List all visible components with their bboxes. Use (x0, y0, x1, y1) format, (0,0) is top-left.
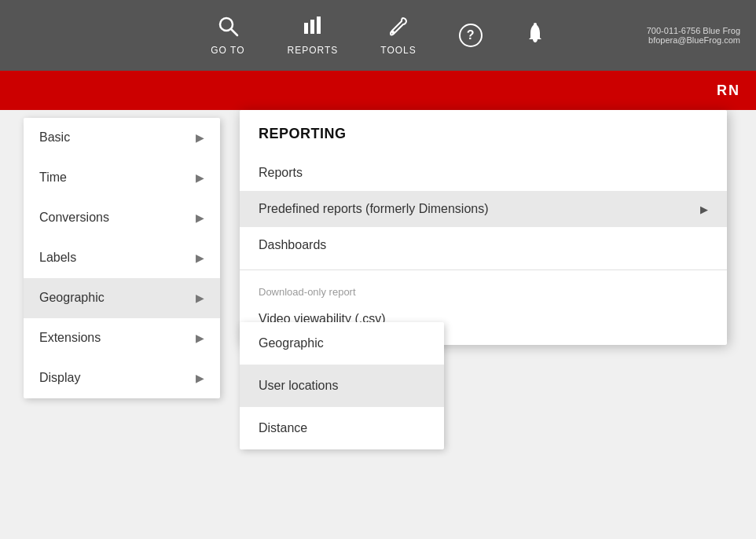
reporting-label-dashboards: Dashboards (259, 238, 326, 252)
main-content: Basic ▶ Time ▶ Conversions ▶ Labels ▶ Ge… (0, 110, 756, 539)
download-label: Download-only report (240, 277, 727, 301)
reporting-item-dashboards[interactable]: Dashboards (240, 227, 727, 263)
reporting-header: REPORTING (240, 110, 727, 155)
left-menu-item-extensions[interactable]: Extensions ▶ (24, 318, 220, 358)
geo-submenu-item-user-locations[interactable]: User locations (240, 365, 444, 407)
nav-reports[interactable]: REPORTS (277, 9, 347, 62)
geo-submenu-item-distance[interactable]: Distance (240, 407, 444, 449)
help-icon: ? (459, 24, 483, 47)
svg-rect-2 (304, 23, 308, 34)
user-email: bfopera@BlueFrog.com (647, 35, 740, 45)
chevron-right-icon-conversions: ▶ (196, 211, 204, 224)
left-menu-item-time[interactable]: Time ▶ (24, 158, 220, 198)
geo-submenu-label-geographic: Geographic (259, 336, 324, 350)
nav-help[interactable]: ? (450, 17, 492, 53)
reporting-label-predefined: Predefined reports (formerly Dimensions) (259, 202, 489, 216)
svg-rect-3 (310, 20, 314, 34)
left-menu-item-basic[interactable]: Basic ▶ (24, 118, 220, 158)
svg-rect-4 (317, 16, 321, 34)
red-banner-text: RN (717, 82, 740, 99)
chevron-right-icon-labels: ▶ (196, 251, 204, 264)
topbar: GO TO REPORTS TOOLS ? (0, 0, 756, 71)
reporting-item-predefined[interactable]: Predefined reports (formerly Dimensions)… (240, 191, 727, 227)
search-icon (217, 15, 239, 42)
nav-tools-label: TOOLS (380, 45, 416, 56)
nav-reports-label: REPORTS (287, 45, 338, 56)
left-menu-label-extensions: Extensions (39, 331, 101, 345)
left-menu-label-labels: Labels (39, 251, 76, 265)
left-menu-label-basic: Basic (39, 130, 70, 145)
left-menu-item-geographic[interactable]: Geographic ▶ (24, 278, 220, 318)
left-menu-label-conversions: Conversions (39, 211, 109, 225)
left-menu-label-time: Time (39, 170, 67, 185)
reporting-item-reports[interactable]: Reports (240, 155, 727, 191)
chevron-right-icon-predefined: ▶ (700, 204, 708, 215)
reporting-menu: REPORTING Reports Predefined reports (fo… (240, 110, 727, 345)
reporting-label-reports: Reports (259, 166, 303, 180)
chevron-right-icon-geographic: ▶ (196, 292, 204, 304)
geo-submenu-label-user-locations: User locations (259, 379, 338, 392)
left-menu-item-conversions[interactable]: Conversions ▶ (24, 198, 220, 238)
nav-bell[interactable] (516, 16, 555, 56)
geo-submenu-item-geographic[interactable]: Geographic (240, 322, 444, 365)
svg-point-5 (391, 31, 395, 34)
nav-tools[interactable]: TOOLS (371, 9, 425, 62)
svg-line-1 (231, 29, 237, 35)
chevron-right-icon-time: ▶ (196, 171, 204, 184)
chevron-right-icon-extensions: ▶ (196, 332, 204, 344)
left-menu-label-geographic: Geographic (39, 291, 105, 305)
user-id: 700-011-6756 Blue Frog (647, 26, 740, 35)
left-menu-item-labels[interactable]: Labels ▶ (24, 238, 220, 278)
tools-icon (387, 15, 409, 42)
topbar-right: 700-011-6756 Blue Frog bfopera@BlueFrog.… (647, 26, 740, 45)
bell-icon (525, 22, 545, 50)
geo-submenu: Geographic User locations Distance (240, 322, 444, 449)
left-menu-label-display: Display (39, 371, 80, 385)
topbar-nav: GO TO REPORTS TOOLS ? (201, 9, 555, 62)
red-banner: RN (0, 71, 756, 110)
left-menu-item-display[interactable]: Display ▶ (24, 358, 220, 398)
left-menu: Basic ▶ Time ▶ Conversions ▶ Labels ▶ Ge… (24, 118, 220, 398)
nav-goto[interactable]: GO TO (201, 9, 254, 62)
svg-rect-6 (534, 23, 537, 25)
geo-submenu-label-distance: Distance (259, 421, 307, 434)
user-info: 700-011-6756 Blue Frog bfopera@BlueFrog.… (647, 26, 740, 45)
divider (240, 270, 727, 270)
chevron-right-icon-basic: ▶ (196, 131, 204, 144)
chevron-right-icon-display: ▶ (196, 372, 204, 384)
nav-goto-label: GO TO (211, 45, 244, 56)
reports-icon (302, 15, 324, 42)
